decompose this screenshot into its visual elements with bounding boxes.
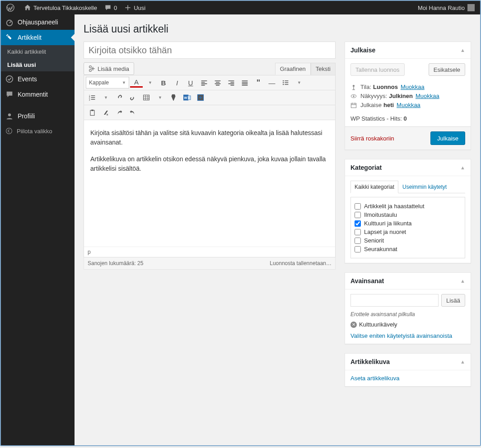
category-item[interactable]: Artikkelit ja haastattelut: [355, 203, 461, 210]
clear-formatting-button[interactable]: [99, 107, 112, 118]
edit-status-link[interactable]: Muokkaa: [401, 84, 425, 90]
format-select[interactable]: Kappale▼: [86, 77, 129, 89]
category-label: Kulttuuri ja liikunta: [364, 220, 412, 227]
category-item[interactable]: Kulttuuri ja liikunta: [355, 220, 461, 227]
add-media-button[interactable]: Lisää media: [84, 62, 134, 75]
category-list: Artikkelit ja haastattelutIlmoitustauluK…: [350, 197, 465, 258]
underline-button[interactable]: U: [184, 77, 197, 89]
svg-point-4: [8, 113, 11, 116]
add-tag-button[interactable]: Lisää: [441, 294, 465, 307]
set-featured-image-link[interactable]: Aseta artikkelikuva: [350, 375, 465, 382]
numbered-list-button[interactable]: 123: [86, 92, 98, 103]
align-center-button[interactable]: [211, 77, 224, 89]
wp-logo[interactable]: [3, 1, 20, 14]
menu-comments[interactable]: Kommentit: [1, 87, 75, 102]
anchor-button[interactable]: [167, 92, 180, 103]
list-caret[interactable]: ▼: [293, 77, 305, 89]
word-paste-button[interactable]: W: [181, 92, 193, 103]
category-item[interactable]: Seurakunnat: [355, 246, 461, 252]
svg-point-8: [283, 80, 284, 81]
menu-dashboard[interactable]: Ohjauspaneeli: [1, 14, 75, 30]
tab-visual[interactable]: Graafinen: [275, 63, 311, 75]
categories-box: Kategoriat▲ Kaikki kategoriat Useimmin k…: [345, 159, 471, 263]
tag-hint: Erottele avainsanat pilkulla: [350, 311, 465, 317]
toolbar-row-1: Kappale▼ A ▼ B I U " — ▼: [84, 75, 335, 90]
svg-rect-17: [188, 96, 191, 100]
svg-point-3: [6, 76, 13, 82]
tag-input[interactable]: [350, 294, 439, 307]
toolbar-toggle-button[interactable]: [194, 92, 207, 103]
site-name[interactable]: Tervetuloa Tikkakoskelle: [20, 1, 101, 14]
publish-title: Julkaise: [350, 47, 375, 54]
comments-count[interactable]: 0: [101, 1, 121, 14]
autosave-status: Luonnosta tallennetaan…: [270, 260, 332, 266]
redo-button[interactable]: [113, 107, 126, 118]
text-color-caret[interactable]: ▼: [144, 77, 156, 89]
edit-visibility-link[interactable]: Muokkaa: [416, 93, 439, 99]
remove-tag-icon[interactable]: ✕: [350, 322, 357, 328]
editor-body[interactable]: Kirjoita sisältösi tähän ja valitse sitä…: [84, 120, 335, 247]
categories-title: Kategoriat: [350, 164, 382, 171]
link-button[interactable]: [113, 92, 126, 103]
trash-link[interactable]: Siirrä roskakoriin: [350, 135, 394, 142]
blockquote-button[interactable]: ": [252, 77, 265, 89]
publish-date-row: JulkaisehetiMuokkaa: [350, 102, 465, 108]
new-content[interactable]: Uusi: [121, 1, 149, 14]
tab-all-categories[interactable]: Kaikki kategoriat: [350, 181, 398, 193]
post-title-input[interactable]: [84, 42, 336, 59]
save-draft-button[interactable]: Tallenna luonnos: [350, 63, 405, 76]
popular-tags-link[interactable]: Valitse eniten käytetyistä avainsanoista: [350, 332, 465, 339]
tab-popular-categories[interactable]: Useimmin käytetyt: [398, 181, 451, 193]
toggle-icon[interactable]: ▲: [460, 359, 465, 364]
preview-button[interactable]: Esikatsele: [429, 63, 465, 76]
toggle-icon[interactable]: ▲: [460, 165, 465, 170]
align-left-button[interactable]: [198, 77, 210, 89]
table-caret[interactable]: ▼: [154, 92, 166, 103]
category-checkbox[interactable]: [355, 203, 361, 210]
align-right-button[interactable]: [225, 77, 238, 89]
italic-button[interactable]: I: [171, 77, 183, 89]
hr-button[interactable]: —: [266, 77, 278, 89]
bulleted-list-button[interactable]: [279, 77, 292, 89]
numlist-caret[interactable]: ▼: [99, 92, 112, 103]
category-checkbox[interactable]: [355, 246, 361, 252]
publish-button[interactable]: Julkaise: [430, 131, 465, 145]
svg-rect-14: [144, 95, 149, 100]
edit-date-link[interactable]: Muokkaa: [397, 102, 420, 108]
align-justify-button[interactable]: [238, 77, 251, 89]
tags-title: Avainsanat: [350, 277, 384, 285]
table-button[interactable]: [140, 92, 153, 103]
category-checkbox[interactable]: [355, 238, 361, 244]
category-item[interactable]: Ilmoitustaulu: [355, 211, 461, 218]
category-checkbox[interactable]: [355, 220, 361, 227]
menu-profile[interactable]: Profiili: [1, 108, 75, 124]
svg-text:3: 3: [89, 99, 90, 101]
my-account[interactable]: Moi Hanna Rautio: [414, 1, 478, 14]
svg-text:W: W: [184, 96, 187, 100]
submenu-add-post[interactable]: Lisää uusi: [1, 58, 75, 71]
status-row: Tila:LuonnosMuokkaa: [350, 84, 465, 90]
bold-button[interactable]: B: [157, 77, 170, 89]
unlink-button[interactable]: [126, 92, 139, 103]
toggle-icon[interactable]: ▲: [460, 47, 465, 53]
submenu-posts: Kaikki artikkelit Lisää uusi: [1, 45, 75, 71]
menu-posts[interactable]: Artikkelit: [1, 30, 75, 45]
submenu-all-posts[interactable]: Kaikki artikkelit: [1, 45, 75, 58]
body-paragraph: Artikkelikuva on artikkelin otsikon edes…: [90, 154, 329, 173]
category-item[interactable]: Lapset ja nuoret: [355, 229, 461, 235]
category-label: Seniorit: [364, 237, 384, 244]
undo-button[interactable]: [126, 107, 139, 118]
paste-button[interactable]: [86, 107, 98, 118]
text-color-button[interactable]: A: [130, 78, 143, 88]
element-path[interactable]: p: [84, 247, 335, 257]
menu-events[interactable]: Events: [1, 71, 75, 87]
category-checkbox[interactable]: [355, 229, 361, 235]
category-item[interactable]: Seniorit: [355, 237, 461, 244]
svg-point-10: [283, 84, 284, 85]
tab-text[interactable]: Teksti: [311, 63, 336, 75]
toggle-icon[interactable]: ▲: [460, 278, 465, 284]
body-paragraph: Kirjoita sisältösi tähän ja valitse sitä…: [90, 128, 329, 147]
page-title: Lisää uusi artikkeli: [84, 19, 471, 37]
collapse-menu[interactable]: Piilota valikko: [1, 124, 75, 138]
category-checkbox[interactable]: [355, 212, 361, 218]
